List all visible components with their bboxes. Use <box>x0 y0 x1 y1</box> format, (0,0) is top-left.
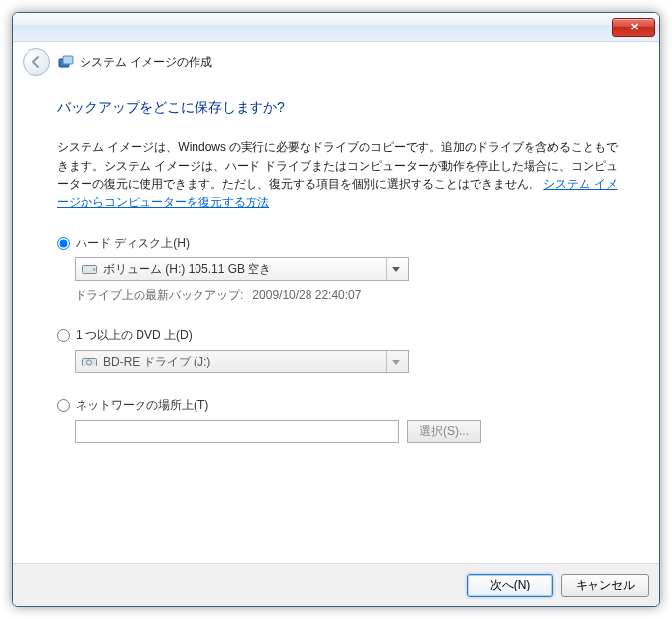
hard-drive-icon <box>82 263 97 275</box>
titlebar: ✕ <box>13 13 659 42</box>
network-browse-button[interactable]: 選択(S)... <box>407 420 481 443</box>
latest-backup-value: 2009/10/28 22:40:07 <box>252 288 361 302</box>
latest-backup-label: ドライブ上の最新バックアップ: <box>75 288 243 302</box>
hdd-drive-select[interactable]: ボリューム (H:) 105.11 GB 空き <box>75 257 409 281</box>
radio-network[interactable] <box>57 399 70 412</box>
radio-dvd[interactable] <box>57 329 70 342</box>
footer: 次へ(N) キャンセル <box>13 563 659 606</box>
window-close-button[interactable]: ✕ <box>612 18 655 37</box>
question-heading: バックアップをどこに保存しますか? <box>57 99 620 117</box>
dvd-selected-text: BD-RE ドライブ (J:) <box>103 354 380 370</box>
option-dvd: 1 つ以上の DVD 上(D) BD-RE ドライブ (J:) <box>57 327 620 373</box>
back-arrow-icon <box>29 55 43 69</box>
description-text: システム イメージは、Windows の実行に必要なドライブのコピーです。追加の… <box>57 139 620 211</box>
chevron-down-icon <box>386 351 404 372</box>
option-hdd: ハード ディスク上(H) ボリューム (H:) 105.11 GB 空き ドライ… <box>57 235 620 304</box>
description-body: システム イメージは、Windows の実行に必要なドライブのコピーです。追加の… <box>57 141 618 191</box>
option-network: ネットワークの場所上(T) 選択(S)... <box>57 397 620 443</box>
system-image-icon <box>58 54 74 70</box>
header-title: システム イメージの作成 <box>58 54 212 71</box>
back-button[interactable] <box>23 48 50 76</box>
optical-drive-icon <box>82 356 97 367</box>
radio-hdd[interactable] <box>57 237 70 250</box>
network-path-input[interactable] <box>75 420 399 443</box>
option-dvd-label: 1 つ以上の DVD 上(D) <box>76 327 193 344</box>
option-network-row[interactable]: ネットワークの場所上(T) <box>57 397 620 414</box>
option-hdd-row[interactable]: ハード ディスク上(H) <box>57 235 620 252</box>
header: システム イメージの作成 <box>13 42 659 80</box>
option-hdd-label: ハード ディスク上(H) <box>76 235 190 252</box>
dialog-window: ✕ システム イメージの作成 バックアップをどこに保存しますか? システム イメ… <box>12 12 660 607</box>
hdd-latest-backup: ドライブ上の最新バックアップ: 2009/10/28 22:40:07 <box>75 287 620 304</box>
window-title-text: システム イメージの作成 <box>80 54 212 71</box>
close-icon: ✕ <box>630 21 639 33</box>
option-network-label: ネットワークの場所上(T) <box>76 397 208 414</box>
cancel-button[interactable]: キャンセル <box>561 574 649 597</box>
svg-point-3 <box>93 269 95 271</box>
option-dvd-row[interactable]: 1 つ以上の DVD 上(D) <box>57 327 620 344</box>
svg-rect-1 <box>63 56 73 64</box>
chevron-down-icon <box>386 258 404 280</box>
dvd-drive-select[interactable]: BD-RE ドライブ (J:) <box>75 350 409 373</box>
hdd-selected-text: ボリューム (H:) 105.11 GB 空き <box>103 261 380 278</box>
next-button[interactable]: 次へ(N) <box>467 574 553 597</box>
content-area: バックアップをどこに保存しますか? システム イメージは、Windows の実行… <box>13 80 659 563</box>
